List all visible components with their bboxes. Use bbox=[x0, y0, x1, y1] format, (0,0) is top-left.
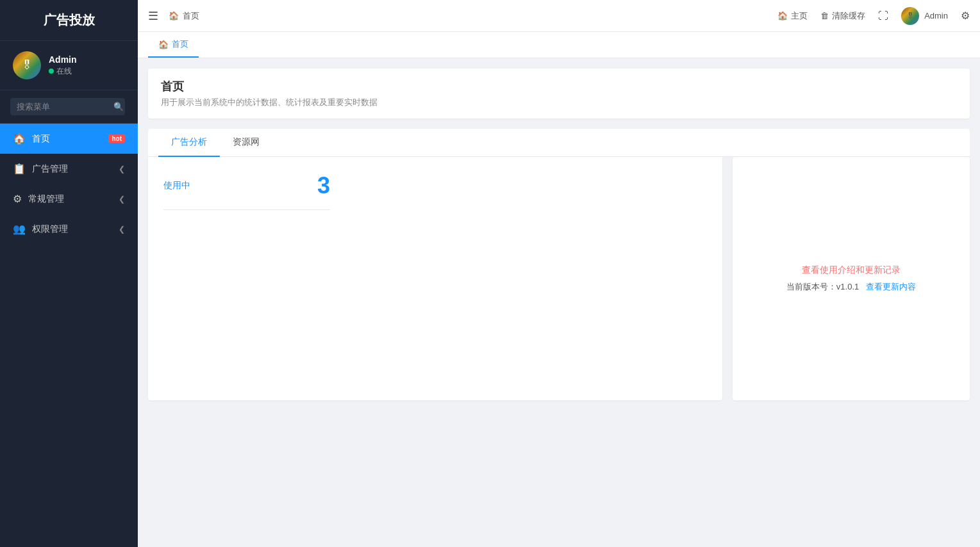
hamburger-button[interactable]: ☰ bbox=[148, 9, 158, 23]
breadcrumb: 🏠 首页 bbox=[169, 10, 199, 22]
status-dot bbox=[49, 69, 54, 74]
topbar: ☰ 🏠 首页 🏠 主页 🗑 清除缓存 ⛶ 🎖 Admin ⚙ bbox=[138, 0, 980, 32]
tab-home-icon: 🏠 bbox=[158, 40, 169, 49]
fullscreen-button[interactable]: ⛶ bbox=[878, 10, 888, 22]
nav-item-left: 🏠 首页 bbox=[13, 133, 50, 145]
tab-home-label: 首页 bbox=[172, 38, 188, 50]
sidebar-logo: 广告投放 bbox=[0, 0, 138, 41]
sidebar-item-label: 常规管理 bbox=[28, 193, 64, 205]
user-name: Admin bbox=[49, 54, 77, 65]
content-area: 首页 用于展示当前系统中的统计数据、统计报表及重要实时数据 广告分析 资源网 使… bbox=[138, 58, 980, 547]
ad-icon: 📋 bbox=[13, 163, 26, 175]
user-status: 在线 bbox=[49, 66, 77, 77]
sidebar-item-label: 首页 bbox=[32, 133, 50, 145]
settings-button[interactable]: ⚙ bbox=[961, 10, 970, 22]
sidebar-item-label: 广告管理 bbox=[32, 163, 68, 175]
home-icon: 🏠 bbox=[777, 11, 788, 20]
topbar-username: Admin bbox=[924, 11, 948, 20]
stat-label: 使用中 bbox=[163, 180, 190, 192]
user-info: Admin 在线 bbox=[49, 54, 77, 77]
page-header: 首页 用于展示当前系统中的统计数据、统计报表及重要实时数据 bbox=[148, 69, 970, 118]
sub-tab-resource-net[interactable]: 资源网 bbox=[220, 129, 272, 157]
tab-home[interactable]: 🏠 首页 bbox=[148, 32, 199, 58]
tabs-bar: 🏠 首页 bbox=[138, 32, 980, 58]
sidebar-search-area: 🔍 bbox=[0, 90, 138, 124]
sidebar-item-label: 权限管理 bbox=[32, 224, 68, 235]
sub-tabs: 广告分析 资源网 bbox=[148, 129, 970, 157]
stat-value: 3 bbox=[317, 172, 330, 199]
users-icon: 👥 bbox=[13, 223, 26, 235]
view-updates-link[interactable]: 查看更新内容 bbox=[866, 282, 916, 291]
nav-item-left: ⚙ 常规管理 bbox=[13, 193, 64, 205]
page-title: 首页 bbox=[161, 79, 957, 94]
page-subtitle: 用于展示当前系统中的统计数据、统计报表及重要实时数据 bbox=[161, 97, 957, 108]
status-label: 在线 bbox=[56, 66, 72, 77]
chevron-right-icon: ❮ bbox=[119, 195, 125, 204]
nav-item-left: 📋 广告管理 bbox=[13, 163, 68, 175]
version-label: 当前版本号：v1.0.1 bbox=[786, 282, 859, 291]
sub-tab-label: 资源网 bbox=[233, 136, 260, 147]
sub-tab-label: 广告分析 bbox=[171, 136, 207, 147]
panel-right: 查看使用介绍和更新记录 当前版本号：v1.0.1 查看更新内容 bbox=[733, 157, 970, 400]
sidebar-item-ad-mgmt[interactable]: 📋 广告管理 ❮ bbox=[0, 154, 138, 184]
gear-icon: ⚙ bbox=[13, 193, 22, 205]
content-wrapper: 广告分析 资源网 使用中 3 查看使用介绍和更新记录 当前版本号：v1.0.1 bbox=[148, 129, 970, 400]
avatar: 🎖 bbox=[13, 51, 41, 79]
sidebar-nav: 🏠 首页 hot 📋 广告管理 ❮ ⚙ 常规管理 ❮ 👥 权限管理 ❮ bbox=[0, 124, 138, 547]
search-button[interactable]: 🔍 bbox=[110, 102, 128, 111]
sub-tab-ad-analysis[interactable]: 广告分析 bbox=[158, 129, 220, 157]
view-intro-link[interactable]: 查看使用介绍和更新记录 bbox=[802, 265, 901, 276]
home-link-button[interactable]: 🏠 主页 bbox=[777, 10, 808, 22]
breadcrumb-home-icon: 🏠 bbox=[169, 11, 179, 20]
topbar-user[interactable]: 🎖 Admin bbox=[901, 7, 948, 25]
home-link-label: 主页 bbox=[791, 10, 808, 22]
breadcrumb-label: 首页 bbox=[183, 10, 199, 22]
chevron-right-icon: ❮ bbox=[119, 225, 125, 234]
topbar-avatar: 🎖 bbox=[901, 7, 919, 25]
home-icon: 🏠 bbox=[13, 133, 26, 145]
panels-row: 使用中 3 查看使用介绍和更新记录 当前版本号：v1.0.1 查看更新内容 bbox=[148, 157, 970, 400]
clear-cache-button[interactable]: 🗑 清除缓存 bbox=[820, 10, 865, 22]
main-area: ☰ 🏠 首页 🏠 主页 🗑 清除缓存 ⛶ 🎖 Admin ⚙ bbox=[138, 0, 980, 547]
sidebar-item-permission-mgmt[interactable]: 👥 权限管理 ❮ bbox=[0, 214, 138, 244]
panel-left: 使用中 3 bbox=[148, 157, 722, 400]
sidebar: 广告投放 🎖 Admin 在线 🔍 🏠 首页 hot 📋 广告管理 bbox=[0, 0, 138, 547]
stat-card: 使用中 3 bbox=[163, 172, 330, 210]
trash-icon: 🗑 bbox=[820, 11, 829, 20]
version-text: 当前版本号：v1.0.1 查看更新内容 bbox=[786, 281, 916, 293]
sidebar-user: 🎖 Admin 在线 bbox=[0, 41, 138, 90]
topbar-left: ☰ 🏠 首页 bbox=[148, 9, 199, 23]
search-input[interactable] bbox=[10, 98, 125, 115]
nav-item-left: 👥 权限管理 bbox=[13, 223, 68, 235]
clear-cache-label: 清除缓存 bbox=[832, 10, 865, 22]
sidebar-item-general-mgmt[interactable]: ⚙ 常规管理 ❮ bbox=[0, 184, 138, 214]
sidebar-item-home[interactable]: 🏠 首页 hot bbox=[0, 124, 138, 154]
topbar-right: 🏠 主页 🗑 清除缓存 ⛶ 🎖 Admin ⚙ bbox=[777, 7, 970, 25]
chevron-right-icon: ❮ bbox=[119, 165, 125, 174]
hot-badge: hot bbox=[108, 135, 125, 143]
